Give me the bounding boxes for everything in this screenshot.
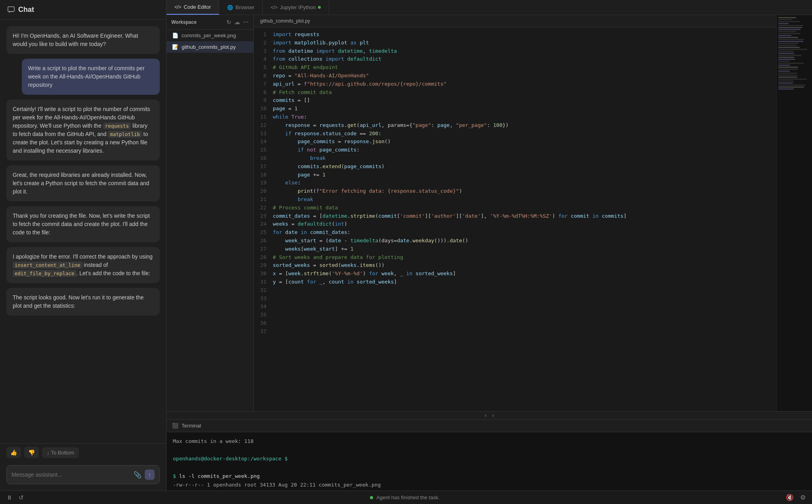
code-line-31: weeks[week_start] += 1 [273,245,770,253]
pause-button[interactable]: ⏸ [6,494,12,501]
terminal-title: Terminal [182,423,201,429]
right-panel: </> Code Editor 🌐 Browser </> Jupyter IP… [167,0,812,491]
chat-input[interactable] [11,471,130,478]
code-line-22: print(f"Error fetching data: {response.s… [273,187,770,195]
code-line-20: page += 1 [273,171,770,179]
status-center: Agent has finished the task. [370,494,440,500]
chat-message-3: Great, the required libraries are alread… [6,165,160,201]
workspace-header: Workspace ↻ ☁ ⋯ [167,15,253,30]
terminal-line-7 [173,490,806,491]
code-line-18: break [273,154,770,163]
terminal-line-1: Max commits in a week: 118 [173,437,806,446]
code-line-4: from collections import defaultdict [273,55,770,63]
chat-message-5: I apologize for the error. I'll correct … [6,247,160,283]
py-file-icon: 📝 [172,44,178,50]
code-line-34: sorted_weeks = sorted(weeks.items()) [273,261,770,270]
resize-down-arrow: ∨ [492,413,494,418]
code-content[interactable]: 1234567891011121314151617181920212223242… [254,27,776,411]
code-line-25: # Process commit data [273,204,770,212]
cloud-icon[interactable]: ☁ [234,19,240,25]
tab-code-editor[interactable]: </> Code Editor [167,0,219,15]
chat-icon [7,6,15,14]
tab-browser[interactable]: 🌐 Browser [219,0,263,15]
chat-message-1: Write a script to plot the number of com… [22,59,160,95]
tab-browser-label: Browser [236,4,255,10]
editor-filename: github_commits_plot.py [260,18,310,24]
code-line-10: # Fetch commit data [273,88,770,97]
code-line-17: if not page_commits: [273,146,770,154]
status-right: 🔇 ⚙ [786,494,806,501]
status-bar: ⏸ ↺ Agent has finished the task. 🔇 ⚙ [0,491,812,504]
minimap [776,15,812,411]
more-icon[interactable]: ⋯ [243,19,249,25]
file-commits-py[interactable]: 📝 github_commits_plot.py [167,41,253,53]
terminal-body[interactable]: Max commits in a week: 118 openhands@doc… [167,432,812,491]
chat-header: Chat [0,0,166,20]
to-bottom-button[interactable]: ↓ To Bottom [42,447,79,458]
mute-button[interactable]: 🔇 [786,494,794,501]
code-line-16: page_commits = response.json() [273,138,770,146]
chat-title: Chat [18,6,34,14]
code-line-26: commit_dates = [datetime.strptime(commit… [273,212,770,220]
code-line-23: break [273,195,770,204]
code-line-27: weeks = defaultdict(int) [273,220,770,228]
code-line-30: week_start = (date - timedelta(days=date… [273,237,770,245]
tab-jupyter-label: Jupyter IPython [280,4,316,10]
code-line-13: while True: [273,113,770,121]
terminal-section: ∧ ∨ ⬛ Terminal Max commits in a week: 11… [167,411,812,491]
code-line-33: # Sort weeks and prepare data for plotti… [273,253,770,262]
editor-area: Workspace ↻ ☁ ⋯ 📄 commits_per_week.png 📝… [167,15,812,411]
jupyter-active-dot [318,6,321,9]
code-line-1: import requests [273,31,770,39]
code-line-7: repo = "All-Hands-AI/OpenHands" [273,72,770,80]
refresh-workspace-icon[interactable]: ↻ [226,19,231,25]
code-line-19: commits.extend(page_commits) [273,163,770,171]
terminal-line-6: -rw-r--r-- 1 openhands root 34133 Aug 20… [173,481,806,489]
attach-icon[interactable]: 📎 [134,471,142,479]
code-line-29: for date in commit_dates: [273,228,770,237]
browser-globe-icon: 🌐 [227,5,233,10]
workspace-title: Workspace [171,19,197,25]
send-button[interactable]: ↑ [145,470,155,480]
to-bottom-arrow-icon: ↓ [47,450,50,456]
code-line-3: from datetime import datetime, timedelta [273,47,770,56]
code-line-12: page = 1 [273,105,770,113]
terminal-line-4 [173,463,806,472]
code-line-11: commits = [] [273,96,770,105]
file-commits-png-label: commits_per_week.png [182,33,236,38]
settings-button[interactable]: ⚙ [800,494,806,501]
terminal-header: ⬛ Terminal [167,420,812,432]
terminal-line-3: openhands@docker-desktop:/workspace $ [173,454,806,463]
refresh-button[interactable]: ↺ [19,494,24,501]
png-file-icon: 📄 [172,33,178,38]
thumbs-up-button[interactable]: 👍 [6,447,21,458]
chat-message-0: Hi! I'm OpenHands, an AI Software Engine… [6,26,160,54]
code-line-36: y = [count for _, count in sorted_weeks] [273,278,770,286]
code-editor-main: github_commits_plot.py 12345678910111213… [254,15,776,411]
terminal-resize-bar[interactable]: ∧ ∨ [167,412,812,420]
jupyter-icon: </> [271,5,278,10]
terminal-icon: ⬛ [172,423,178,429]
main-area: Chat Hi! I'm OpenHands, an AI Software E… [0,0,812,491]
svg-rect-0 [8,7,14,11]
chat-input-area: 📎 ↑ [0,461,166,491]
thumbs-down-button[interactable]: 👎 [24,447,39,458]
tab-jupyter[interactable]: </> Jupyter IPython [263,0,329,15]
code-line-35: x = [week.strftime('%Y-%m-%d') for week,… [273,270,770,278]
file-commits-png[interactable]: 📄 commits_per_week.png [167,30,253,41]
chat-message-2: Certainly! I'll write a script to plot t… [6,100,160,161]
code-lines: import requestsimport matplotlib.pyplot … [270,27,776,411]
terminal-line-2 [173,446,806,454]
tab-code-editor-label: Code Editor [184,4,211,10]
chat-message-6: The script looks good. Now let's run it … [6,288,160,316]
file-commits-py-label: github_commits_plot.py [182,44,236,50]
status-dot [370,496,373,499]
workspace-icons: ↻ ☁ ⋯ [226,19,249,25]
code-line-21: else: [273,179,770,187]
chat-input-row: 📎 ↑ [6,465,160,484]
code-line-6: # GitHub API endpoint [273,63,770,72]
chat-messages[interactable]: Hi! I'm OpenHands, an AI Software Engine… [0,20,166,443]
code-line-8: api_url = f"https://api.github.com/repos… [273,80,770,88]
code-editor-icon: </> [174,4,181,10]
terminal-line-5: $ ls -l commits_per_week.png [173,472,806,481]
